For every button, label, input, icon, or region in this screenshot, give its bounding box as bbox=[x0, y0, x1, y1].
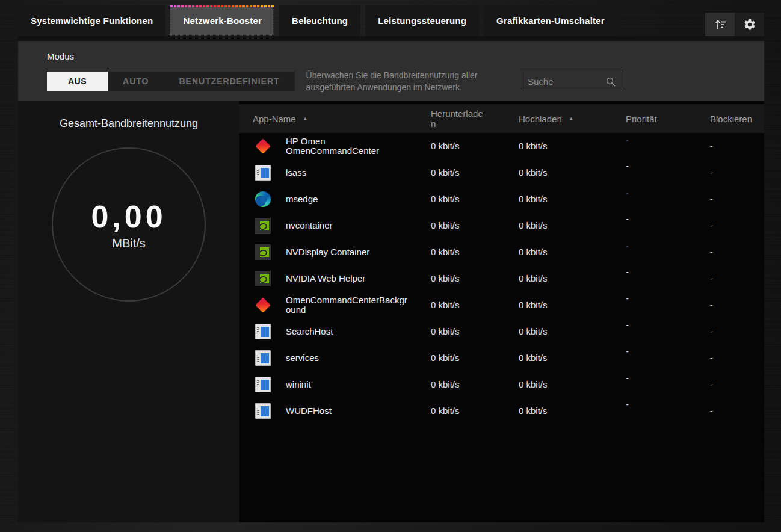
priority-cell: - bbox=[614, 265, 692, 277]
download-cell: 0 kbit/s bbox=[431, 353, 519, 363]
block-control[interactable]: - bbox=[710, 220, 713, 230]
app-icon bbox=[255, 138, 271, 154]
app-table: App-Name ▲ Herunterladen Hochladen ▲ Pri… bbox=[239, 101, 764, 522]
priority-control[interactable]: - bbox=[626, 267, 629, 277]
download-value: 0 kbit/s bbox=[431, 167, 460, 178]
settings-button[interactable] bbox=[735, 13, 764, 36]
upload-cell: 0 kbit/s bbox=[519, 326, 614, 337]
app-cell: SearchHost bbox=[239, 324, 431, 339]
priority-cell: - bbox=[614, 133, 692, 145]
column-header-priority[interactable]: Priorität bbox=[614, 114, 692, 124]
download-cell: 0 kbit/s bbox=[431, 247, 519, 258]
total-bandwidth-panel: Gesamt-Bandbreitennutzung 0,00 MBit/s bbox=[18, 101, 239, 522]
tab-bar: Systemwichtige Funktionen Netzwerk-Boost… bbox=[18, 5, 764, 36]
block-cell: - bbox=[692, 379, 764, 390]
priority-control[interactable]: - bbox=[626, 187, 629, 197]
upload-value: 0 kbit/s bbox=[519, 247, 548, 257]
priority-control[interactable]: - bbox=[626, 346, 629, 356]
app-icon bbox=[255, 165, 271, 181]
download-cell: 0 kbit/s bbox=[431, 300, 519, 311]
priority-control[interactable]: - bbox=[626, 399, 629, 409]
column-header-upload[interactable]: Hochladen ▲ bbox=[519, 114, 614, 124]
upload-value: 0 kbit/s bbox=[519, 300, 548, 310]
bandwidth-value: 0,00 bbox=[91, 199, 166, 235]
download-value: 0 kbit/s bbox=[431, 379, 460, 389]
block-cell: - bbox=[692, 326, 764, 337]
upload-value: 0 kbit/s bbox=[519, 194, 548, 204]
upload-cell: 0 kbit/s bbox=[519, 300, 614, 311]
column-label-download: Herunterladen bbox=[431, 108, 486, 129]
priority-cell: - bbox=[614, 371, 692, 383]
block-control[interactable]: - bbox=[710, 326, 713, 336]
table-row: lsass 0 kbit/s 0 kbit/s - - bbox=[239, 159, 764, 186]
table-row: nvcontainer 0 kbit/s 0 kbit/s - - bbox=[239, 212, 764, 239]
block-cell: - bbox=[692, 247, 764, 258]
block-cell: - bbox=[692, 273, 764, 284]
mode-option-aus[interactable]: AUS bbox=[47, 72, 108, 91]
tab-grafikkarten-umschalter[interactable]: Grafikkarten-Umschalter bbox=[484, 5, 617, 36]
block-control[interactable]: - bbox=[710, 247, 713, 257]
block-control[interactable]: - bbox=[710, 194, 713, 204]
column-header-app-name[interactable]: App-Name ▲ bbox=[239, 114, 431, 124]
mode-label: Modus bbox=[47, 51, 764, 61]
bandwidth-gauge: 0,00 MBit/s bbox=[52, 147, 206, 302]
upload-cell: 0 kbit/s bbox=[519, 247, 614, 258]
priority-control[interactable]: - bbox=[626, 240, 629, 250]
priority-control[interactable]: - bbox=[626, 373, 629, 383]
block-cell: - bbox=[692, 300, 764, 311]
priority-control[interactable]: - bbox=[626, 161, 629, 171]
block-cell: - bbox=[692, 406, 764, 416]
download-value: 0 kbit/s bbox=[431, 273, 460, 283]
table-body: HP Omen OmenCommandCenter 0 kbit/s 0 kbi… bbox=[239, 133, 764, 522]
tab-systemwichtige-funktionen[interactable]: Systemwichtige Funktionen bbox=[18, 5, 165, 36]
upload-value: 0 kbit/s bbox=[519, 326, 548, 336]
app-name: nvcontainer bbox=[286, 221, 333, 230]
app-cell: NVDisplay Container bbox=[239, 244, 431, 260]
priority-control[interactable]: - bbox=[626, 293, 629, 303]
search-input[interactable] bbox=[528, 76, 605, 87]
download-value: 0 kbit/s bbox=[431, 141, 460, 151]
block-cell: - bbox=[692, 194, 764, 205]
block-control[interactable]: - bbox=[710, 141, 713, 151]
app-name: NVIDIA Web Helper bbox=[286, 274, 365, 283]
mode-option-benutzerdefiniert[interactable]: BENUTZERDEFINIERT bbox=[164, 72, 294, 91]
download-cell: 0 kbit/s bbox=[431, 273, 519, 284]
upload-cell: 0 kbit/s bbox=[519, 194, 614, 205]
upload-cell: 0 kbit/s bbox=[519, 406, 614, 416]
upload-cell: 0 kbit/s bbox=[519, 273, 614, 284]
tab-netzwerk-booster[interactable]: Netzwerk-Booster bbox=[170, 5, 274, 36]
tab-leistungssteuerung[interactable]: Leistungssteuerung bbox=[365, 5, 479, 36]
column-header-block[interactable]: Blockieren bbox=[692, 114, 764, 124]
table-header: App-Name ▲ Herunterladen Hochladen ▲ Pri… bbox=[239, 104, 764, 133]
priority-control[interactable]: - bbox=[626, 214, 629, 224]
column-header-download[interactable]: Herunterladen bbox=[431, 108, 519, 129]
block-control[interactable]: - bbox=[710, 406, 713, 416]
app-name: services bbox=[286, 353, 319, 363]
block-control[interactable]: - bbox=[710, 353, 713, 363]
upload-value: 0 kbit/s bbox=[519, 273, 548, 283]
priority-cell: - bbox=[614, 318, 692, 330]
download-value: 0 kbit/s bbox=[431, 353, 460, 363]
priority-control[interactable]: - bbox=[626, 320, 629, 330]
mode-option-auto[interactable]: AUTO bbox=[108, 72, 164, 91]
priority-control[interactable]: - bbox=[626, 134, 629, 144]
priority-cell: - bbox=[614, 212, 692, 224]
upload-value: 0 kbit/s bbox=[519, 406, 548, 416]
block-control[interactable]: - bbox=[710, 167, 713, 178]
tab-beleuchtung[interactable]: Beleuchtung bbox=[279, 5, 360, 36]
table-row: services 0 kbit/s 0 kbit/s - - bbox=[239, 345, 764, 371]
app-cell: nvcontainer bbox=[239, 218, 431, 234]
download-value: 0 kbit/s bbox=[431, 406, 460, 416]
sort-asc-icon: ▲ bbox=[569, 116, 574, 122]
sort-button[interactable] bbox=[705, 13, 735, 36]
column-label-app-name: App-Name bbox=[253, 114, 296, 124]
search-icon[interactable] bbox=[605, 76, 616, 87]
block-control[interactable]: - bbox=[710, 379, 713, 389]
sort-ascending-icon bbox=[713, 17, 727, 32]
download-cell: 0 kbit/s bbox=[431, 141, 519, 152]
block-control[interactable]: - bbox=[710, 273, 713, 283]
download-value: 0 kbit/s bbox=[431, 247, 460, 257]
app-icon bbox=[255, 324, 271, 339]
block-cell: - bbox=[692, 353, 764, 363]
block-control[interactable]: - bbox=[710, 300, 713, 310]
